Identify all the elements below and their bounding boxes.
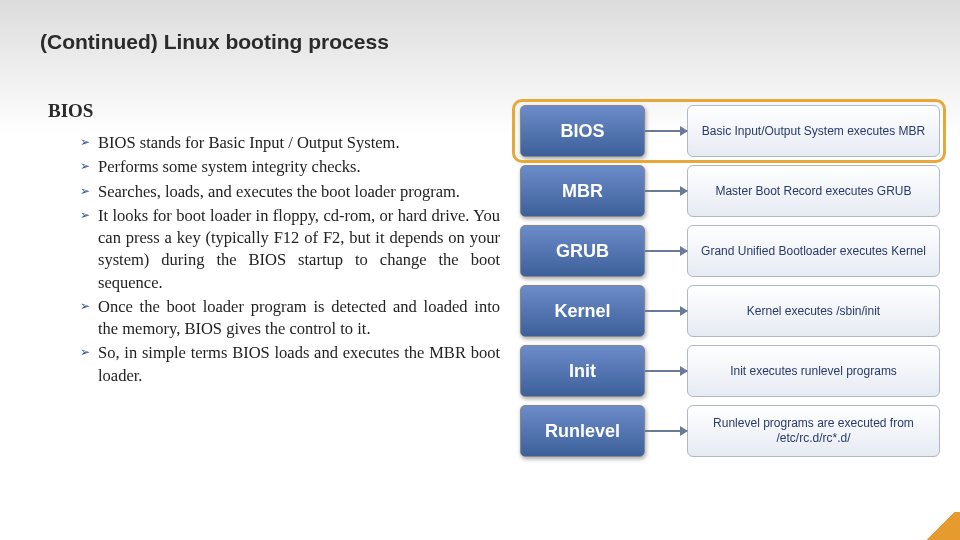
boot-diagram: BIOSBasic Input/Output System executes M… bbox=[520, 105, 940, 465]
stage-box-grub: GRUB bbox=[520, 225, 645, 277]
arrow-icon bbox=[645, 405, 687, 457]
bullet-text: It looks for boot loader in floppy, cd-r… bbox=[98, 205, 500, 294]
diagram-row: BIOSBasic Input/Output System executes M… bbox=[520, 105, 940, 157]
desc-box: Master Boot Record executes GRUB bbox=[687, 165, 940, 217]
diagram-row: RunlevelRunlevel programs are executed f… bbox=[520, 405, 940, 457]
chevron-right-icon: ➢ bbox=[80, 299, 90, 313]
chevron-right-icon: ➢ bbox=[80, 208, 90, 222]
arrow-icon bbox=[645, 285, 687, 337]
desc-box: Init executes runlevel programs bbox=[687, 345, 940, 397]
stage-box-bios: BIOS bbox=[520, 105, 645, 157]
arrow-icon bbox=[645, 345, 687, 397]
page-title: (Continued) Linux booting process bbox=[40, 30, 389, 54]
bullet-text: BIOS stands for Basic Input / Output Sys… bbox=[98, 132, 400, 154]
arrow-icon bbox=[645, 165, 687, 217]
bullet-item: ➢BIOS stands for Basic Input / Output Sy… bbox=[80, 132, 500, 154]
bullet-item: ➢Searches, loads, and executes the boot … bbox=[80, 181, 500, 203]
stage-box-mbr: MBR bbox=[520, 165, 645, 217]
bullet-item: ➢Once the boot loader program is detecte… bbox=[80, 296, 500, 341]
section-heading: BIOS bbox=[48, 100, 93, 122]
desc-box: Kernel executes /sbin/init bbox=[687, 285, 940, 337]
chevron-right-icon: ➢ bbox=[80, 345, 90, 359]
bullet-text: Once the boot loader program is detected… bbox=[98, 296, 500, 341]
diagram-row: InitInit executes runlevel programs bbox=[520, 345, 940, 397]
stage-box-runlevel: Runlevel bbox=[520, 405, 645, 457]
arrow-icon bbox=[645, 225, 687, 277]
bullet-item: ➢It looks for boot loader in floppy, cd-… bbox=[80, 205, 500, 294]
diagram-row: GRUBGrand Unified Bootloader executes Ke… bbox=[520, 225, 940, 277]
desc-box: Runlevel programs are executed from /etc… bbox=[687, 405, 940, 457]
stage-box-kernel: Kernel bbox=[520, 285, 645, 337]
diagram-row: MBRMaster Boot Record executes GRUB bbox=[520, 165, 940, 217]
bullet-list: ➢BIOS stands for Basic Input / Output Sy… bbox=[80, 132, 500, 389]
diagram-row: KernelKernel executes /sbin/init bbox=[520, 285, 940, 337]
chevron-right-icon: ➢ bbox=[80, 159, 90, 173]
desc-box: Grand Unified Bootloader executes Kernel bbox=[687, 225, 940, 277]
desc-box: Basic Input/Output System executes MBR bbox=[687, 105, 940, 157]
bullet-text: Performs some system integrity checks. bbox=[98, 156, 361, 178]
bullet-item: ➢Performs some system integrity checks. bbox=[80, 156, 500, 178]
bullet-text: Searches, loads, and executes the boot l… bbox=[98, 181, 460, 203]
arrow-icon bbox=[645, 105, 687, 157]
corner-decoration bbox=[924, 512, 960, 540]
bullet-text: So, in simple terms BIOS loads and execu… bbox=[98, 342, 500, 387]
chevron-right-icon: ➢ bbox=[80, 135, 90, 149]
stage-box-init: Init bbox=[520, 345, 645, 397]
bullet-item: ➢So, in simple terms BIOS loads and exec… bbox=[80, 342, 500, 387]
chevron-right-icon: ➢ bbox=[80, 184, 90, 198]
